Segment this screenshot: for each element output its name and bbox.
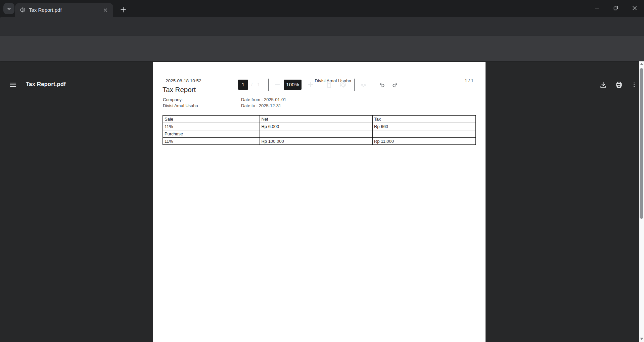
table-cell: Rp 660	[372, 123, 476, 130]
vertical-scrollbar[interactable]	[639, 61, 644, 342]
table-row: 11% Rp 6.000 Rp 660	[163, 123, 476, 130]
zoom-level[interactable]: 100%	[284, 80, 302, 90]
table-cell: Rp 11.000	[372, 137, 476, 145]
report-datetime: 2025-08-18 10:52	[166, 78, 201, 83]
close-window-button[interactable]	[625, 0, 644, 16]
pdf-toolbar-separator	[354, 79, 355, 91]
undo-button[interactable]	[375, 78, 388, 91]
restore-icon	[613, 5, 618, 11]
annotate-button[interactable]	[357, 78, 370, 91]
table-cell: Tax	[372, 115, 476, 123]
rotate-button[interactable]	[336, 78, 349, 91]
pdf-document-title: Tax Report.pdf	[26, 81, 66, 88]
undo-icon	[378, 81, 385, 88]
zoom-in-button[interactable]	[304, 78, 317, 91]
close-icon	[632, 5, 637, 11]
table-cell: 11%	[163, 123, 260, 130]
table-cell: Net	[260, 115, 373, 123]
pdf-toolbar-separator	[372, 79, 372, 91]
plus-icon	[307, 81, 314, 88]
company-name: Divisi Amal Usaha	[163, 103, 198, 109]
pdf-toolbar: Tax Report.pdf 1 / 1 100%	[0, 36, 644, 61]
redo-button[interactable]	[388, 78, 402, 91]
tax-table: Sale Net Tax 11% Rp 6.000 Rp 660 Purchas…	[163, 115, 476, 145]
fit-page-icon	[325, 81, 333, 89]
table-row: 11% Rp 100.000 Rp 11.000	[163, 137, 476, 145]
company-block: Company: Divisi Amal Usaha	[163, 97, 198, 109]
pdf-toolbar-separator	[318, 79, 318, 91]
tab-title: Tax Report.pdf	[29, 7, 102, 13]
page-number-input[interactable]: 1	[238, 80, 248, 90]
browser-toolbar: File C:/Users/muhmm/Downloads/Tax%20Repo…	[0, 17, 644, 36]
report-header-row: 2025-08-18 10:52 Divisi Amal Usaha 1 / 1	[166, 78, 473, 83]
print-button[interactable]	[612, 78, 626, 91]
globe-icon	[20, 7, 26, 13]
table-cell	[372, 130, 476, 137]
window-controls	[588, 0, 644, 16]
download-icon	[599, 81, 607, 89]
pdf-toolbar-separator	[268, 79, 269, 91]
new-tab-button[interactable]	[118, 5, 128, 15]
minimize-button[interactable]	[588, 0, 606, 16]
page-separator: /	[251, 82, 252, 87]
triangle-down-icon	[640, 338, 643, 340]
minimize-icon	[594, 5, 600, 11]
table-cell: Purchase	[163, 130, 260, 137]
pdf-page: 2025-08-18 10:52 Divisi Amal Usaha 1 / 1…	[153, 62, 486, 342]
table-row: Sale Net Tax	[163, 115, 476, 123]
scroll-down-button[interactable]	[639, 336, 644, 342]
pdf-download-button[interactable]	[596, 78, 610, 91]
scrollbar-thumb[interactable]	[640, 68, 643, 219]
scroll-up-button[interactable]	[639, 61, 644, 67]
company-label: Company:	[163, 97, 198, 103]
report-title: Tax Report	[163, 86, 196, 94]
zoom-out-button[interactable]	[271, 78, 284, 91]
date-from: Date from : 2025-01-01	[241, 97, 286, 103]
close-icon	[103, 8, 108, 12]
print-icon	[615, 81, 623, 89]
fit-to-page-button[interactable]	[322, 78, 336, 91]
table-cell	[260, 130, 373, 137]
table-cell: Rp 100.000	[260, 137, 373, 145]
pdf-menu-button[interactable]	[6, 78, 19, 91]
table-row: Purchase	[163, 130, 476, 137]
table-cell: 11%	[163, 137, 260, 145]
table-cell: Sale	[163, 115, 260, 123]
rotate-icon	[338, 81, 347, 89]
triangle-up-icon	[640, 63, 643, 65]
kebab-menu-icon	[631, 82, 637, 88]
table-cell: Rp 6.000	[260, 123, 373, 130]
annotate-icon	[359, 81, 367, 89]
plus-icon	[120, 6, 127, 13]
restore-button[interactable]	[606, 0, 625, 16]
report-page-indicator: 1 / 1	[465, 78, 473, 83]
tab-search-button[interactable]	[3, 3, 14, 14]
date-range-block: Date from : 2025-01-01 Date to : 2025-12…	[241, 97, 286, 109]
minus-icon	[274, 81, 281, 88]
chevron-down-icon	[6, 6, 12, 12]
pdf-viewer: 2025-08-18 10:52 Divisi Amal Usaha 1 / 1…	[0, 61, 644, 342]
tab-strip: Tax Report.pdf	[0, 0, 644, 17]
date-to: Date to : 2025-12-31	[241, 103, 286, 109]
redo-icon	[392, 81, 399, 88]
pdf-more-options-button[interactable]	[627, 78, 641, 91]
tab-close-button[interactable]	[102, 6, 109, 14]
page-total: 1	[257, 82, 260, 87]
hamburger-icon	[9, 81, 17, 89]
browser-tab[interactable]: Tax Report.pdf	[15, 3, 113, 17]
